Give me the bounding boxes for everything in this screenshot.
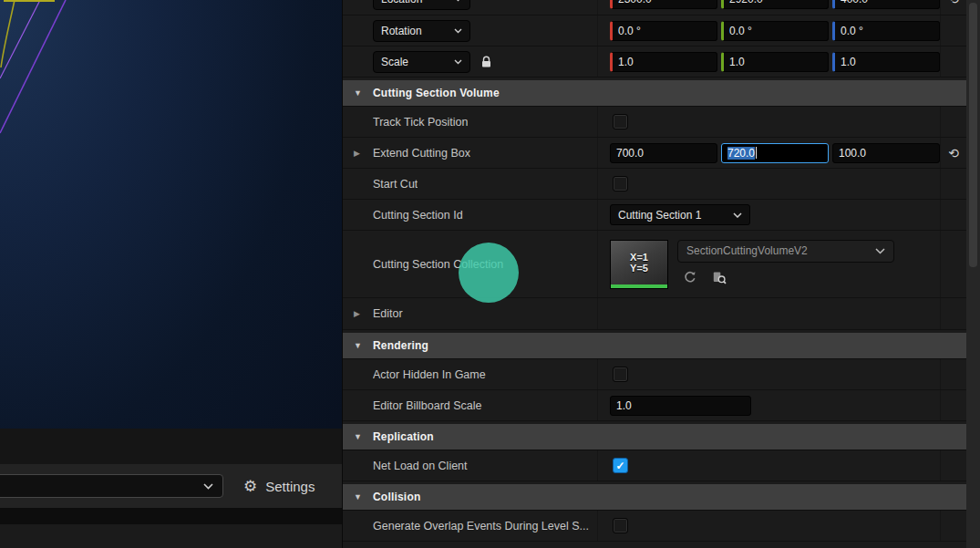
chevron-down-icon bbox=[454, 59, 462, 65]
reset-extend-cutting-box-button[interactable]: ⟲ bbox=[948, 147, 959, 160]
location-z-input[interactable]: 400.0 bbox=[832, 0, 940, 9]
chevron-down-icon bbox=[733, 212, 742, 218]
start-cut-checkbox[interactable] bbox=[613, 176, 628, 191]
click-highlight bbox=[459, 243, 519, 303]
property-row-scale: Scale 1.0 1.0 1.0 bbox=[343, 47, 980, 78]
category-header-rendering[interactable]: ▼ Rendering bbox=[343, 333, 980, 359]
asset-thumbnail-image: X=1 Y=5 bbox=[611, 241, 667, 284]
rotation-y-input[interactable]: 0.0 ° bbox=[721, 21, 829, 41]
property-row-editor-billboard-scale: Editor Billboard Scale 1.0 bbox=[343, 390, 980, 421]
rotation-label: Rotation bbox=[381, 25, 422, 37]
settings-button[interactable]: ⚙ Settings bbox=[243, 479, 315, 494]
property-row-track-tick-position: Track Tick Position bbox=[343, 107, 980, 138]
details-panel: Location 2300.0 2920.0 400.0 ⟲ bbox=[342, 0, 980, 548]
bottom-panel-spacer bbox=[0, 429, 342, 464]
net-load-on-client-checkbox[interactable]: ✓ bbox=[613, 458, 628, 473]
property-row-location: Location 2300.0 2920.0 400.0 ⟲ bbox=[343, 0, 980, 16]
location-dropdown[interactable]: Location bbox=[373, 0, 470, 10]
chevron-down-icon bbox=[875, 248, 885, 254]
property-row-net-load-on-client: Net Load on Client ✓ bbox=[343, 450, 980, 481]
actor-hidden-in-game-checkbox[interactable] bbox=[613, 367, 628, 382]
property-row-actor-hidden-in-game: Actor Hidden In Game bbox=[343, 359, 980, 390]
bottom-toolbar: ⚙ Settings bbox=[0, 464, 342, 508]
viewport-wireframe bbox=[0, 0, 342, 429]
location-x-input[interactable]: 2300.0 bbox=[610, 0, 717, 9]
settings-label: Settings bbox=[265, 479, 315, 494]
browse-to-asset-icon[interactable] bbox=[711, 270, 727, 284]
property-row-generate-overlap-events: Generate Overlap Events During Level S..… bbox=[343, 511, 980, 542]
cutting-section-id-dropdown[interactable]: Cutting Section 1 bbox=[610, 204, 750, 225]
bottom-dropdown[interactable] bbox=[0, 474, 223, 498]
scrollbar-thumb[interactable] bbox=[969, 3, 977, 267]
extend-cutting-box-x-input[interactable]: 700.0 bbox=[610, 143, 717, 163]
category-header-cutting-section-volume[interactable]: ▼ Cutting Section Volume bbox=[343, 80, 980, 107]
chevron-down-icon bbox=[203, 483, 213, 490]
chevron-down-icon bbox=[454, 0, 462, 2]
use-selected-asset-icon[interactable] bbox=[683, 270, 697, 284]
scale-y-input[interactable]: 1.0 bbox=[721, 52, 829, 72]
extend-cutting-box-z-input[interactable]: 100.0 bbox=[832, 143, 940, 163]
asset-thumbnail[interactable]: X=1 Y=5 bbox=[610, 240, 668, 289]
scale-z-input[interactable]: 1.0 bbox=[832, 52, 940, 72]
expand-arrow-icon[interactable]: ▶ bbox=[354, 149, 360, 158]
property-row-extend-cutting-box: ▶ Extend Cutting Box 700.0 720.0 100.0 ⟲ bbox=[343, 138, 980, 169]
property-row-start-cut: Start Cut bbox=[343, 169, 980, 200]
asset-select-dropdown[interactable]: SectionCuttingVolumeV2 bbox=[677, 240, 894, 263]
scale-lock-icon[interactable] bbox=[480, 56, 492, 68]
scale-dropdown[interactable]: Scale bbox=[373, 51, 470, 73]
generate-overlap-events-checkbox[interactable] bbox=[613, 518, 628, 533]
collapse-arrow-icon: ▼ bbox=[354, 88, 368, 98]
rotation-x-input[interactable]: 0.0 ° bbox=[610, 21, 717, 41]
track-tick-position-checkbox[interactable] bbox=[613, 114, 628, 129]
details-scrollbar[interactable] bbox=[966, 0, 980, 548]
rotation-z-input[interactable]: 0.0 ° bbox=[832, 21, 940, 41]
text-caret bbox=[756, 147, 757, 159]
collapse-arrow-icon: ▼ bbox=[354, 432, 368, 441]
bottom-panel bbox=[0, 524, 342, 548]
asset-type-color-bar bbox=[611, 284, 667, 288]
collapse-arrow-icon: ▼ bbox=[354, 492, 368, 501]
check-icon: ✓ bbox=[615, 460, 624, 471]
reset-location-button[interactable]: ⟲ bbox=[948, 0, 959, 5]
location-y-input[interactable]: 2920.0 bbox=[721, 0, 829, 9]
rotation-dropdown[interactable]: Rotation bbox=[373, 20, 470, 42]
gear-icon: ⚙ bbox=[243, 479, 257, 494]
level-viewport[interactable] bbox=[0, 0, 342, 429]
extend-cutting-box-y-input[interactable]: 720.0 bbox=[721, 143, 829, 163]
category-header-replication[interactable]: ▼ Replication bbox=[343, 424, 980, 450]
location-label: Location bbox=[381, 0, 422, 5]
property-row-rotation: Rotation 0.0 ° 0.0 ° 0.0 ° bbox=[343, 16, 980, 47]
property-row-editor: ▶ Editor bbox=[343, 298, 980, 330]
bottom-panel-divider bbox=[0, 508, 342, 524]
expand-arrow-icon[interactable]: ▶ bbox=[354, 309, 360, 318]
property-row-cutting-section-collection: Cutting Section Collection X=1 Y=5 Secti… bbox=[343, 231, 980, 298]
scale-label: Scale bbox=[381, 56, 408, 68]
chevron-down-icon bbox=[454, 28, 462, 34]
editor-billboard-scale-input[interactable]: 1.0 bbox=[610, 396, 751, 416]
property-row-cutting-section-id: Cutting Section Id Cutting Section 1 bbox=[343, 200, 980, 231]
scale-x-input[interactable]: 1.0 bbox=[610, 52, 717, 72]
collapse-arrow-icon: ▼ bbox=[354, 341, 368, 350]
category-header-collision[interactable]: ▼ Collision bbox=[343, 484, 980, 511]
